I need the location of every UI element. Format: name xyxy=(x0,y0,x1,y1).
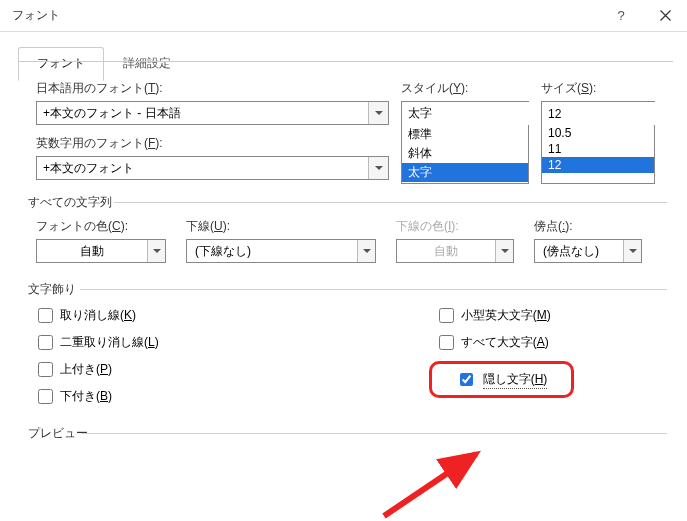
jp-font-drop[interactable] xyxy=(368,102,388,124)
style-input[interactable] xyxy=(402,102,564,125)
chevron-down-icon xyxy=(501,249,509,253)
style-option[interactable]: 標準 xyxy=(402,125,528,144)
superscript-checkbox[interactable]: 上付き(P) xyxy=(38,361,159,378)
effects-legend: 文字飾り xyxy=(24,281,80,298)
annotation-arrow-icon xyxy=(378,442,498,521)
en-font-combo[interactable] xyxy=(36,156,389,180)
style-option[interactable]: 斜体 xyxy=(402,144,528,163)
underline-color-label: 下線の色(I): xyxy=(396,218,514,235)
en-font-label: 英数字用のフォント(F): xyxy=(36,135,389,152)
style-listbox[interactable]: 標準 斜体 太字 xyxy=(401,124,529,184)
jp-font-combo[interactable] xyxy=(36,101,389,125)
close-button[interactable] xyxy=(643,0,687,32)
font-color-dropdown[interactable]: 自動 xyxy=(36,239,166,263)
underline-color-value: 自動 xyxy=(397,243,495,260)
size-field[interactable] xyxy=(541,101,655,125)
all-text-legend: すべての文字列 xyxy=(24,194,116,211)
size-label: サイズ(S): xyxy=(541,80,655,97)
chevron-down-icon xyxy=(375,166,383,170)
strike-checkbox[interactable]: 取り消し線(K) xyxy=(38,307,159,324)
underline-value: (下線なし) xyxy=(187,243,357,260)
emphasis-value: (傍点なし) xyxy=(535,243,623,260)
font-color-value: 自動 xyxy=(37,243,147,260)
chevron-down-icon xyxy=(629,249,637,253)
underline-label: 下線(U): xyxy=(186,218,376,235)
size-option[interactable]: 10.5 xyxy=(542,125,654,141)
emphasis-dropdown[interactable]: (傍点なし) xyxy=(534,239,642,263)
jp-font-input[interactable] xyxy=(37,102,368,124)
allcaps-checkbox[interactable]: すべて大文字(A) xyxy=(439,334,585,351)
size-option[interactable]: 12 xyxy=(542,157,654,173)
style-label: スタイル(Y): xyxy=(401,80,529,97)
double-strike-checkbox[interactable]: 二重取り消し線(L) xyxy=(38,334,159,351)
hidden-highlight: 隠し文字(H) xyxy=(429,361,575,398)
size-option[interactable]: 11 xyxy=(542,141,654,157)
subscript-checkbox[interactable]: 下付き(B) xyxy=(38,388,159,405)
hidden-checkbox[interactable] xyxy=(460,373,473,386)
chevron-down-icon xyxy=(153,249,161,253)
style-option[interactable]: 太字 xyxy=(402,163,528,182)
emphasis-label: 傍点(:): xyxy=(534,218,642,235)
smallcaps-checkbox[interactable]: 小型英大文字(M) xyxy=(439,307,585,324)
en-font-input[interactable] xyxy=(37,157,368,179)
underline-dropdown[interactable]: (下線なし) xyxy=(186,239,376,263)
chevron-down-icon xyxy=(363,249,371,253)
underline-color-dropdown: 自動 xyxy=(396,239,514,263)
hidden-label: 隠し文字(H) xyxy=(483,371,548,389)
help-button[interactable]: ? xyxy=(599,0,643,32)
window-title: フォント xyxy=(12,7,599,24)
style-field[interactable] xyxy=(401,101,529,125)
jp-font-label: 日本語用のフォント(T): xyxy=(36,80,389,97)
font-color-label: フォントの色(C): xyxy=(36,218,166,235)
en-font-drop[interactable] xyxy=(368,157,388,179)
chevron-down-icon xyxy=(375,111,383,115)
close-icon xyxy=(660,10,671,21)
svg-line-0 xyxy=(384,454,476,516)
size-listbox[interactable]: 10.5 11 12 xyxy=(541,124,655,184)
size-input[interactable] xyxy=(542,102,687,125)
